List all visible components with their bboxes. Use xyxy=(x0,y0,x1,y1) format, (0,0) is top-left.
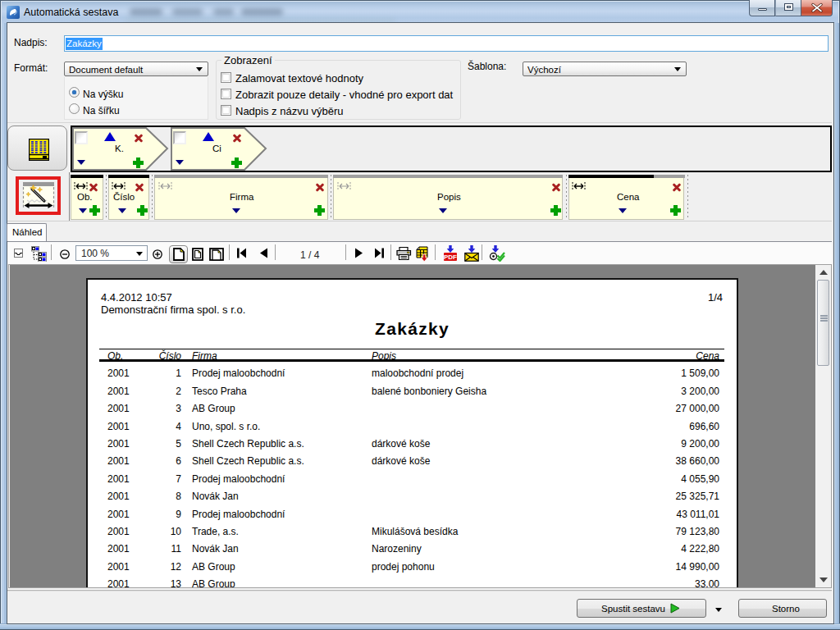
svg-text:PDF: PDF xyxy=(444,253,457,261)
